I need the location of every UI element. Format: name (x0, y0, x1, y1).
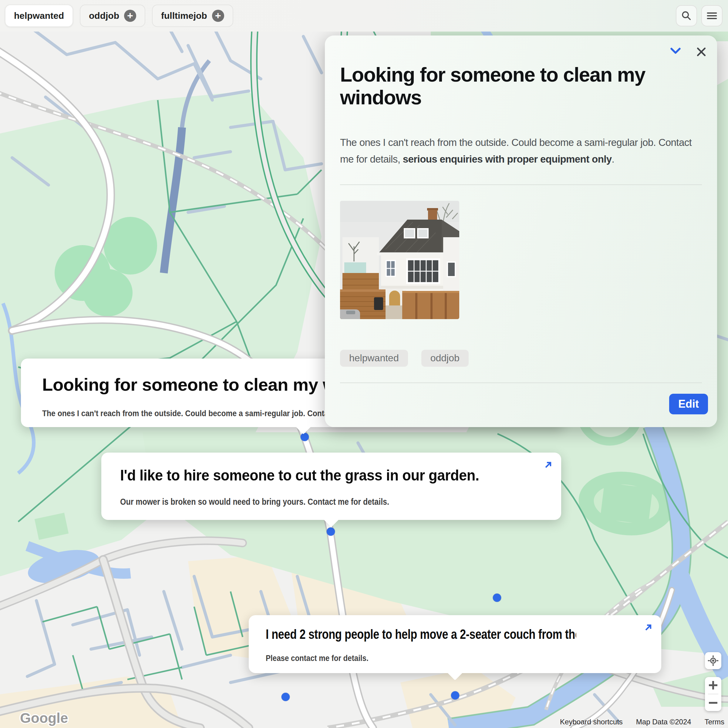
filter-chip-helpwanted[interactable]: helpwanted (5, 5, 73, 27)
divider (340, 382, 702, 383)
chip-label: helpwanted (14, 11, 64, 21)
open-post-icon[interactable] (642, 622, 654, 635)
filter-chip-fulltimejob[interactable]: fulltimejob + (152, 5, 233, 27)
search-icon (681, 10, 692, 21)
my-location-icon (707, 655, 719, 667)
zoom-out-icon[interactable] (708, 698, 718, 708)
collapse-chevron-icon[interactable] (669, 46, 682, 57)
map-data-label: Map Data ©2024 (636, 718, 691, 726)
add-tag-icon[interactable]: + (212, 10, 224, 22)
divider (340, 184, 702, 185)
svg-text:Google: Google (20, 710, 68, 726)
card-title: I need 2 strong people to help move a 2-… (266, 627, 576, 642)
tag-pill: oddjob (421, 350, 469, 367)
menu-icon (706, 10, 718, 21)
filter-chip-oddjob[interactable]: oddjob + (80, 5, 145, 27)
map-attribution: Keyboard shortcuts Map Data ©2024 Terms (560, 718, 724, 726)
close-icon[interactable] (695, 46, 707, 59)
post-tags: helpwanted oddjob (340, 350, 702, 367)
post-photo-house[interactable] (340, 201, 459, 319)
map-marker[interactable] (327, 528, 335, 536)
map-marker[interactable] (493, 593, 501, 602)
app-root: Looking for someone to clean my windows … (0, 0, 728, 728)
zoom-controls (705, 677, 721, 711)
top-bar: helpwanted oddjob + fulltimejob + (0, 0, 728, 32)
edit-button[interactable]: Edit (669, 394, 708, 414)
map-card-move-couch[interactable]: I need 2 strong people to help move a 2-… (249, 615, 661, 673)
divider (708, 694, 718, 694)
map-card-cut-grass[interactable]: I'd like to hire someone to cut the gras… (101, 453, 561, 520)
my-location-button[interactable] (705, 652, 721, 669)
post-description: The ones I can't reach from the outside.… (340, 135, 702, 167)
card-description: Please contact me for details. (266, 653, 591, 663)
card-title: I'd like to hire someone to cut the gras… (120, 466, 517, 484)
post-detail-panel: Looking for someone to clean my windows … (325, 35, 717, 427)
card-description: Our mower is broken so would need to bri… (120, 497, 483, 507)
add-tag-icon[interactable]: + (124, 10, 136, 22)
tag-pill: helpwanted (340, 350, 408, 367)
search-button[interactable] (676, 5, 697, 26)
top-bar-actions (676, 5, 723, 26)
keyboard-shortcuts-link[interactable]: Keyboard shortcuts (560, 718, 623, 726)
tag-filter-chips: helpwanted oddjob + fulltimejob + (5, 5, 233, 27)
map-marker[interactable] (281, 693, 290, 701)
google-logo: Google (19, 709, 92, 728)
chip-label: oddjob (89, 11, 119, 21)
post-title: Looking for someone to clean my windows (340, 35, 692, 109)
zoom-in-icon[interactable] (708, 680, 718, 690)
map-marker[interactable] (451, 691, 459, 699)
menu-button[interactable] (701, 5, 723, 26)
terms-link[interactable]: Terms (705, 718, 724, 726)
chip-label: fulltimejob (161, 11, 207, 21)
map-marker[interactable] (301, 433, 309, 441)
open-post-icon[interactable] (542, 459, 554, 472)
